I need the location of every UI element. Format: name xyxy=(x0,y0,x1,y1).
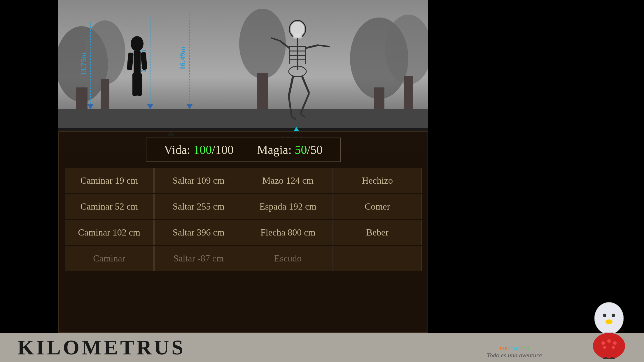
vida-label: Vida: 100/100 xyxy=(164,143,234,157)
stats-bar: Vida: 100/100 Magia: 50/50 xyxy=(59,132,428,168)
svg-point-21 xyxy=(131,36,144,51)
svg-text:16.49m: 16.49m xyxy=(178,47,187,70)
mascot xyxy=(583,295,635,359)
logo-tak1: TAK- xyxy=(499,346,510,351)
action-mazo-124[interactable]: Mazo 124 cm xyxy=(244,168,332,193)
magia-label: Magia: 50/50 xyxy=(257,143,323,157)
magia-max: /50 xyxy=(307,143,323,157)
logo-area: TAK-TAK-TAK Todo es una aventura xyxy=(487,346,542,359)
action-saltar-neg87[interactable]: Saltar -87 cm xyxy=(154,246,243,271)
magia-text: Magia: xyxy=(257,143,295,157)
stats-box: Vida: 100/100 Magia: 50/50 xyxy=(146,138,341,162)
logo-tak2: TAK- xyxy=(510,346,521,351)
svg-rect-26 xyxy=(137,73,142,96)
action-espada-192[interactable]: Espada 192 cm xyxy=(244,194,332,219)
svg-text:13.75m: 13.75m xyxy=(79,52,88,76)
action-caminar-19[interactable]: Caminar 19 cm xyxy=(65,168,154,193)
ui-panel: Vida: 100/100 Magia: 50/50 Caminar 19 cm… xyxy=(58,131,428,333)
action-grid: Caminar 19 cm Saltar 109 cm Mazo 124 cm … xyxy=(59,168,428,271)
svg-point-55 xyxy=(593,333,625,359)
logo-subtitle: Todo es una aventura xyxy=(487,352,542,359)
magia-current: 50 xyxy=(295,143,307,157)
bottom-bar: KILOMETRUS TAK-TAK-TAK Todo es una avent… xyxy=(0,333,644,362)
svg-point-52 xyxy=(606,319,612,324)
action-caminar-faded[interactable]: Caminar xyxy=(65,246,154,271)
logo-text: TAK-TAK-TAK xyxy=(487,346,542,352)
action-caminar-52[interactable]: Caminar 52 cm xyxy=(65,194,154,219)
svg-point-49 xyxy=(594,302,624,334)
action-beber[interactable]: Beber xyxy=(333,220,422,245)
svg-rect-29 xyxy=(293,34,302,38)
svg-point-56 xyxy=(601,341,605,345)
action-caminar-102[interactable]: Caminar 102 cm xyxy=(65,220,154,245)
svg-rect-11 xyxy=(58,109,428,128)
svg-point-50 xyxy=(603,314,606,317)
svg-rect-22 xyxy=(134,51,141,74)
action-saltar-255[interactable]: Saltar 255 cm xyxy=(154,194,243,219)
action-hechizo[interactable]: Hechizo xyxy=(333,168,422,193)
svg-rect-25 xyxy=(132,73,137,96)
action-comer[interactable]: Comer xyxy=(333,194,422,219)
action-empty xyxy=(333,246,422,271)
svg-point-59 xyxy=(603,346,606,349)
action-saltar-396[interactable]: Saltar 396 cm xyxy=(154,220,243,245)
svg-point-51 xyxy=(612,314,615,317)
vida-max: /100 xyxy=(212,143,234,157)
action-flecha-800[interactable]: Flecha 800 cm xyxy=(244,220,332,245)
svg-point-57 xyxy=(607,339,611,343)
svg-point-58 xyxy=(613,341,617,345)
action-saltar-109[interactable]: Saltar 109 cm xyxy=(154,168,243,193)
action-escudo[interactable]: Escudo xyxy=(244,246,332,271)
logo-tak3: TAK xyxy=(521,346,530,351)
vida-text: Vida: xyxy=(164,143,193,157)
svg-point-60 xyxy=(612,346,615,349)
vida-current: 100 xyxy=(193,143,212,157)
svg-point-5 xyxy=(239,9,286,79)
game-title: KILOMETRUS xyxy=(18,335,186,360)
game-scene: 13.75m 15.43m 16.49m xyxy=(58,0,428,128)
